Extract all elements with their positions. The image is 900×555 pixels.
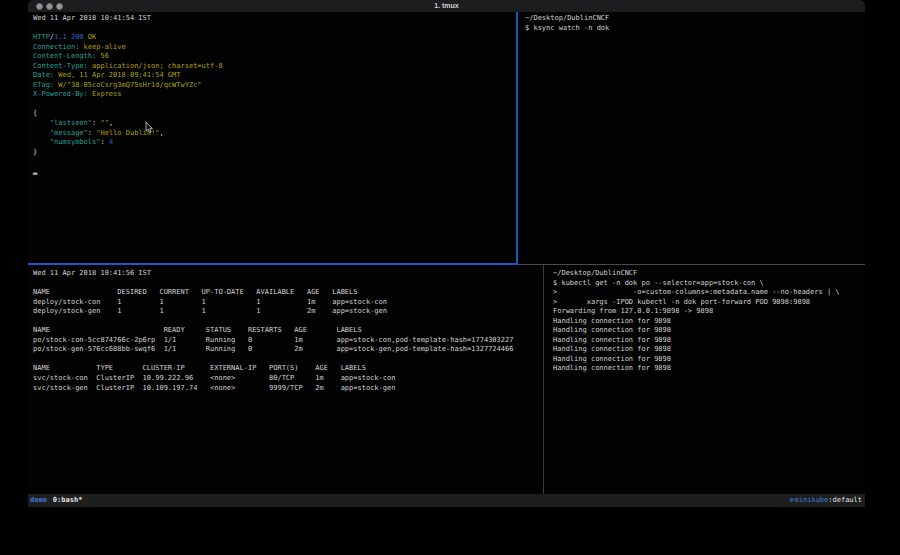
kube-namespace: :default [828, 496, 862, 504]
terminal-line: po/stock-con-5cc874766c-2p6rp 1/1 Runnin… [33, 336, 543, 346]
terminal-line: Connection: keep-alive [33, 43, 516, 53]
terminal-line: svc/stock-gen ClusterIP 10.109.197.74 <n… [33, 384, 543, 394]
terminal-line: Date: Wed, 11 Apr 2018 09:41:54 GMT [33, 71, 516, 81]
terminal-line: Content-Type: application/json; charset=… [33, 62, 516, 72]
window-titlebar[interactable]: 1. tmux [28, 0, 865, 12]
terminal-line: X-Powered-By: Express [33, 90, 516, 100]
kube-context: minikube [795, 496, 829, 504]
terminal-line [33, 317, 543, 327]
terminal-line: svc/stock-con ClusterIP 10.99.222.96 <no… [33, 374, 543, 384]
terminal-line: } [33, 148, 516, 158]
terminal-line: deploy/stock-con 1 1 1 1 1m app=stock-co… [33, 298, 543, 308]
terminal-line: Wed 11 Apr 2018 10:41:54 IST [33, 14, 516, 24]
terminal-line: NAME READY STATUS RESTARTS AGE LABELS [33, 326, 543, 336]
terminal-line: $ ksync watch -n dok [525, 24, 865, 34]
pane-top-right-ksync[interactable]: ~/Desktop/DublinCNCF$ ksync watch -n dok [520, 12, 865, 263]
terminal-line: $ kubectl get -n dok po --selector=app=s… [553, 279, 865, 289]
terminal-line [33, 355, 543, 365]
session-name: demo [30, 496, 47, 504]
window-title: 1. tmux [28, 2, 865, 9]
pane-divider-horizontal-left[interactable] [28, 263, 518, 265]
pane-divider-vertical-top[interactable] [516, 12, 518, 265]
terminal-line: Wed 11 Apr 2018 10:41:56 IST [33, 269, 543, 279]
pane-divider-vertical-bottom[interactable] [543, 265, 544, 494]
terminal-window: 1. tmux Wed 11 Apr 2018 10:41:54 ISTHTTP… [28, 0, 865, 507]
status-right: ⎈minikube:default [789, 494, 862, 507]
terminal-line: { [33, 109, 516, 119]
terminal-line: Handling connection for 9898 [553, 336, 865, 346]
terminal-line: Handling connection for 9898 [553, 317, 865, 327]
pane-divider-horizontal-right[interactable] [518, 264, 865, 265]
terminal-line: ETag: W/"38-05coCsrg3mQ75sHr1d/qcWTwYZc" [33, 81, 516, 91]
terminal-line: Forwarding from 127.0.0.1:9898 -> 9898 [553, 307, 865, 317]
terminal-line: NAME DESIRED CURRENT UP-TO-DATE AVAILABL… [33, 288, 543, 298]
terminal-line [33, 157, 516, 167]
terminal-line [33, 279, 543, 289]
terminal-line: Handling connection for 9898 [553, 355, 865, 365]
terminal-line: Handling connection for 9898 [553, 345, 865, 355]
mouse-cursor-icon [145, 122, 153, 134]
terminal-line [33, 24, 516, 34]
terminal-line: Handling connection for 9898 [553, 364, 865, 374]
window-tab-bash[interactable]: 0:bash* [53, 496, 83, 504]
terminal-line [33, 100, 516, 110]
terminal-line: "numsymbols": 4 [33, 138, 516, 148]
terminal-line: Handling connection for 9898 [553, 326, 865, 336]
terminal-line: ~/Desktop/DublinCNCF [553, 269, 865, 279]
pane-bottom-left-kubectl-get[interactable]: Wed 11 Apr 2018 10:41:56 ISTNAME DESIRED… [28, 265, 543, 494]
terminal-line: Content-Length: 56 [33, 52, 516, 62]
pane-bottom-right-port-forward[interactable]: ~/Desktop/DublinCNCF$ kubectl get -n dok… [548, 265, 865, 494]
pane-top-left-http-response[interactable]: Wed 11 Apr 2018 10:41:54 ISTHTTP/1.1 200… [28, 12, 516, 263]
terminal-line: po/stock-gen-576cc688bb-swqf6 1/1 Runnin… [33, 345, 543, 355]
terminal-line: ▂ [33, 167, 516, 177]
terminal-line: "lastseen": "", [33, 119, 516, 129]
terminal-line: NAME TYPE CLUSTER-IP EXTERNAL-IP PORT(S)… [33, 364, 543, 374]
tmux-status-bar: demo0:bash* ⎈minikube:default [28, 494, 865, 507]
terminal-line: > xargs -IPOD kubectl -n dok port-forwar… [553, 298, 865, 308]
status-left: demo0:bash* [30, 494, 82, 507]
terminal-line: HTTP/1.1 200 OK [33, 33, 516, 43]
terminal-line: > -o=custom-columns=:metadata.name --no-… [553, 288, 865, 298]
terminal-line: deploy/stock-gen 1 1 1 1 2m app=stock-ge… [33, 307, 543, 317]
terminal-line: ~/Desktop/DublinCNCF [525, 14, 865, 24]
terminal-line: "message": "Hello Dublin!", [33, 129, 516, 139]
